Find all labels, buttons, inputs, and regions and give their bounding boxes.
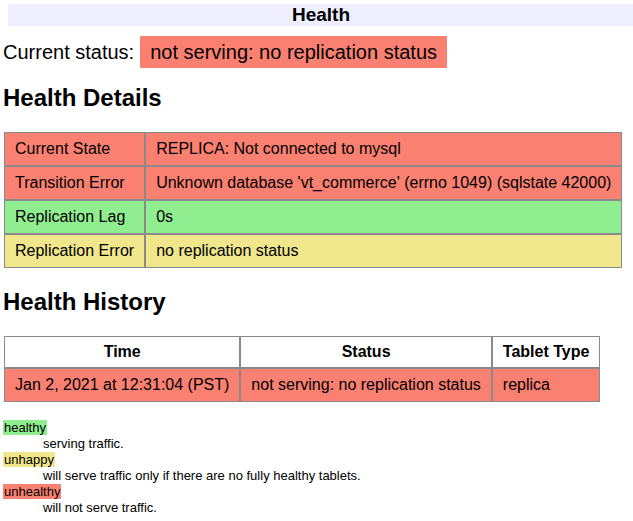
detail-value: REPLICA: Not connected to mysql: [145, 132, 622, 166]
legend-description-unhealthy: will not serve traffic.: [43, 500, 633, 515]
legend-term-unhappy: unhappy: [3, 452, 55, 467]
detail-label: Replication Lag: [4, 200, 145, 234]
detail-value: no replication status: [145, 234, 622, 268]
current-status-line: Current status:not serving: no replicati…: [3, 41, 633, 64]
history-column-tablet-type: Tablet Type: [492, 336, 601, 368]
legend-description-unhappy: will serve traffic only if there are no …: [43, 468, 633, 483]
detail-label: Replication Error: [4, 234, 145, 268]
history-cell-tablet-type: replica: [492, 368, 601, 402]
history-row: Jan 2, 2021 at 12:31:04 (PST) not servin…: [4, 368, 600, 402]
health-details-heading: Health Details: [3, 84, 633, 112]
health-history-heading: Health History: [3, 288, 633, 316]
detail-label: Current State: [4, 132, 145, 166]
detail-label: Transition Error: [4, 166, 145, 200]
detail-row-replication-lag: Replication Lag 0s: [4, 200, 622, 234]
history-column-status: Status: [240, 336, 491, 368]
detail-row-transition-error: Transition Error Unknown database 'vt_co…: [4, 166, 622, 200]
current-status-badge: not serving: no replication status: [140, 36, 447, 68]
legend-description-healthy: serving traffic.: [43, 436, 633, 451]
detail-value: Unknown database 'vt_commerce' (errno 10…: [145, 166, 622, 200]
health-details-table: Current State REPLICA: Not connected to …: [4, 132, 622, 268]
history-column-time: Time: [4, 336, 240, 368]
current-status-label: Current status:: [3, 41, 134, 63]
history-cell-time: Jan 2, 2021 at 12:31:04 (PST): [4, 368, 240, 402]
page-title: Health: [8, 4, 633, 26]
detail-row-replication-error: Replication Error no replication status: [4, 234, 622, 268]
detail-row-current-state: Current State REPLICA: Not connected to …: [4, 132, 622, 166]
state-legend: healthy serving traffic. unhappy will se…: [3, 420, 633, 515]
history-cell-status: not serving: no replication status: [240, 368, 491, 402]
health-history-table: Time Status Tablet Type Jan 2, 2021 at 1…: [4, 336, 600, 402]
detail-value: 0s: [145, 200, 622, 234]
legend-term-unhealthy: unhealthy: [3, 484, 61, 499]
legend-term-healthy: healthy: [3, 420, 47, 435]
history-header-row: Time Status Tablet Type: [4, 336, 600, 368]
